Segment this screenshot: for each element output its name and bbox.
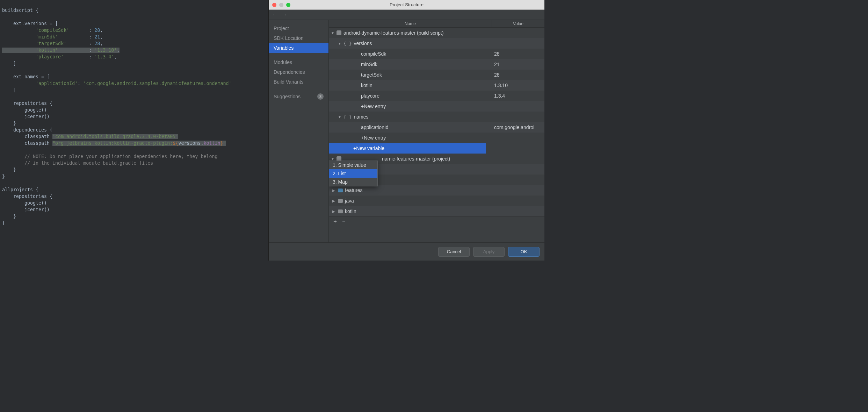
folder-features[interactable]: ▶features [329,185,544,196]
var-applicationid[interactable]: applicationIdcom.google.androi [329,122,544,133]
chevron-right-icon[interactable]: ▶ [332,209,337,213]
sidebar-separator [272,55,325,55]
var-playcore[interactable]: playcore1.3.4 [329,91,544,101]
dialog-navbar: ← → [269,10,544,20]
forward-icon: → [282,12,288,18]
var-minsdk[interactable]: minSdk21 [329,59,544,70]
project-structure-dialog: Project Structure ← → Project SDK Locati… [268,0,544,261]
tree-root-build[interactable]: ▼android-dynamic-features-master (build … [329,28,544,38]
new-variable[interactable]: +New variable [329,143,486,154]
folder-java[interactable]: ▶java [329,196,544,206]
sidebar: Project SDK Location Variables Modules D… [269,20,329,242]
variables-panel: Name Value ▼android-dynamic-features-mas… [329,20,544,242]
var-targetsdk[interactable]: targetSdk28 [329,70,544,80]
add-icon[interactable]: ＋ [332,218,338,225]
column-name[interactable]: Name [329,20,492,27]
apply-button: Apply [473,247,505,257]
titlebar: Project Structure [269,0,544,10]
folder-icon [338,189,343,192]
cancel-button[interactable]: Cancel [438,247,470,257]
tree-versions[interactable]: ▼{ }versions [329,38,544,49]
chevron-right-icon[interactable]: ▶ [332,199,337,203]
braces-icon: { } [343,41,352,46]
sidebar-item-variables[interactable]: Variables [269,43,328,53]
new-variable-popup: 1. Simple value 2. List 3. Map [329,161,378,186]
sidebar-item-modules[interactable]: Modules [269,57,328,67]
variables-tree[interactable]: ▼android-dynamic-features-master (build … [329,28,544,216]
tree-names[interactable]: ▼{ }names [329,112,544,122]
dialog-title: Project Structure [269,2,544,7]
back-icon: ← [272,12,278,18]
chevron-right-icon[interactable]: ▶ [332,189,337,192]
braces-icon: { } [343,114,352,120]
sidebar-item-dependencies[interactable]: Dependencies [269,67,328,77]
sidebar-item-project[interactable]: Project [269,23,328,33]
new-entry[interactable]: +New entry [329,101,544,112]
popup-item-map[interactable]: 3. Map [329,178,377,186]
folder-kotlin[interactable]: ▶kotlin [329,206,544,216]
chevron-down-icon[interactable]: ▼ [338,42,342,45]
var-compilesdk[interactable]: compileSdk28 [329,49,544,59]
sidebar-item-build-variants[interactable]: Build Variants [269,77,328,87]
chevron-down-icon[interactable]: ▼ [331,157,335,161]
column-value[interactable]: Value [492,20,544,27]
popup-item-simple-value[interactable]: 1. Simple value [329,161,377,169]
new-entry[interactable]: +New entry [329,133,544,143]
folder-icon [338,209,343,213]
sidebar-separator [272,89,325,89]
chevron-down-icon[interactable]: ▼ [338,115,342,119]
table-header: Name Value [329,20,544,28]
var-kotlin[interactable]: kotlin1.3.10 [329,80,544,91]
suggestions-badge: 3 [317,93,324,100]
sidebar-item-sdk-location[interactable]: SDK Location [269,33,328,43]
tree-toolbar: ＋ − [329,216,544,226]
chevron-down-icon[interactable]: ▼ [331,31,335,35]
code-editor[interactable]: buildscript { ext.versions = [ 'compileS… [0,0,269,261]
remove-icon[interactable]: − [342,219,345,225]
gradle-icon [337,30,341,35]
dialog-footer: Cancel Apply OK [269,242,544,261]
popup-item-list[interactable]: 2. List [329,169,377,178]
sidebar-item-suggestions[interactable]: Suggestions 3 [269,91,328,102]
ok-button[interactable]: OK [508,247,540,257]
folder-icon [338,199,343,203]
